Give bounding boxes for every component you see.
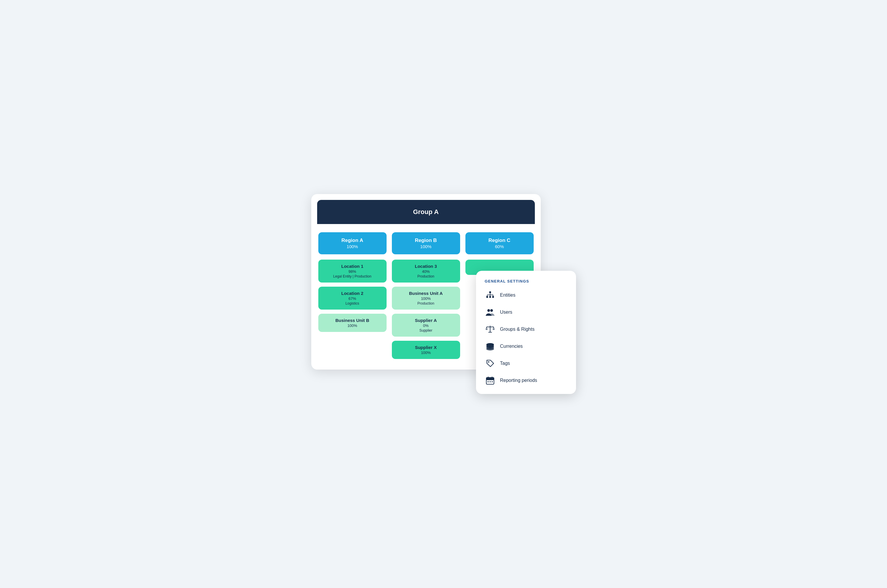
entity-businessunitb-name: Business Unit B <box>321 318 383 323</box>
entity-location3[interactable]: Location 3 40% Production <box>392 260 460 282</box>
settings-item-reporting-periods[interactable]: Reporting periods <box>485 375 567 386</box>
svg-rect-24 <box>492 376 493 379</box>
entity-suppliera[interactable]: Supplier A 0% Supplier <box>392 314 460 337</box>
settings-panel: GENERAL SETTINGS Entities <box>476 271 576 394</box>
users-icon <box>485 307 495 318</box>
svg-point-19 <box>486 343 494 346</box>
region-a-box[interactable]: Region A 100% <box>318 232 386 254</box>
entity-location2-type: Logistics <box>321 302 383 306</box>
reporting-periods-label: Reporting periods <box>500 378 537 383</box>
svg-point-10 <box>490 309 493 312</box>
entity-location1[interactable]: Location 1 98% Legal Entity | Production <box>318 260 386 282</box>
group-a-header: Group A <box>317 200 535 224</box>
region-c-box[interactable]: Region C 60% <box>465 232 534 254</box>
reporting-periods-icon <box>485 375 495 386</box>
entity-location3-name: Location 3 <box>395 264 457 269</box>
region-b-name: Region B <box>395 237 457 243</box>
scene: Group A Region A 100% Region B 100% Regi… <box>311 194 576 394</box>
region-b-box[interactable]: Region B 100% <box>392 232 460 254</box>
svg-point-20 <box>488 362 489 363</box>
currencies-label: Currencies <box>500 344 523 349</box>
groups-rights-icon <box>485 324 495 334</box>
entity-businessunita-name: Business Unit A <box>395 291 457 296</box>
entity-location1-pct: 98% <box>321 269 383 274</box>
entities-label: Entities <box>500 292 516 298</box>
settings-item-entities[interactable]: Entities <box>485 290 567 300</box>
svg-rect-1 <box>486 296 488 298</box>
users-label: Users <box>500 310 513 315</box>
region-a-name: Region A <box>322 237 383 243</box>
svg-rect-27 <box>492 381 493 382</box>
currencies-icon <box>485 341 495 352</box>
region-a-pct: 100% <box>322 244 383 249</box>
entity-location2[interactable]: Location 2 67% Logistics <box>318 286 386 310</box>
entity-businessunitb[interactable]: Business Unit B 100% <box>318 314 386 332</box>
entity-supplierx[interactable]: Supplier X 100% <box>392 341 460 359</box>
entity-suppliera-type: Supplier <box>395 328 457 333</box>
region-c-pct: 60% <box>469 244 530 249</box>
entity-suppliera-pct: 0% <box>395 323 457 328</box>
entity-location3-type: Production <box>395 274 457 278</box>
entity-businessunita-type: Production <box>395 302 457 306</box>
svg-rect-3 <box>492 296 494 298</box>
svg-point-9 <box>487 309 490 312</box>
regions-row: Region A 100% Region B 100% Region C 60% <box>311 224 541 254</box>
settings-title: GENERAL SETTINGS <box>485 279 567 284</box>
entity-businessunitb-pct: 100% <box>321 323 383 328</box>
entity-supplierx-pct: 100% <box>395 351 457 355</box>
settings-item-tags[interactable]: Tags <box>485 358 567 369</box>
entity-col-a: Location 1 98% Legal Entity | Production… <box>318 260 386 359</box>
groups-rights-label: Groups & Rights <box>500 327 535 332</box>
tags-icon <box>485 358 495 369</box>
group-a-label: Group A <box>413 208 439 216</box>
svg-rect-22 <box>486 378 494 380</box>
entity-businessunita-pct: 100% <box>395 296 457 301</box>
entity-suppliera-name: Supplier A <box>395 318 457 323</box>
region-c-name: Region C <box>469 237 530 243</box>
settings-item-users[interactable]: Users <box>485 307 567 318</box>
entity-location1-name: Location 1 <box>321 264 383 269</box>
svg-rect-2 <box>489 296 491 298</box>
entity-businessunita[interactable]: Business Unit A 100% Production <box>392 286 460 310</box>
svg-rect-0 <box>489 291 491 293</box>
svg-rect-25 <box>487 381 489 382</box>
entity-supplierx-name: Supplier X <box>395 345 457 350</box>
svg-rect-26 <box>490 381 491 382</box>
settings-item-groups-rights[interactable]: Groups & Rights <box>485 324 567 334</box>
svg-rect-23 <box>488 376 489 379</box>
entity-location2-pct: 67% <box>321 296 383 301</box>
entity-col-b: Location 3 40% Production Business Unit … <box>392 260 460 359</box>
entities-icon <box>485 290 495 300</box>
settings-item-currencies[interactable]: Currencies <box>485 341 567 352</box>
entity-location2-name: Location 2 <box>321 291 383 296</box>
region-b-pct: 100% <box>395 244 457 249</box>
entity-location1-type: Legal Entity | Production <box>321 274 383 278</box>
entity-location3-pct: 40% <box>395 269 457 274</box>
tags-label: Tags <box>500 361 510 366</box>
